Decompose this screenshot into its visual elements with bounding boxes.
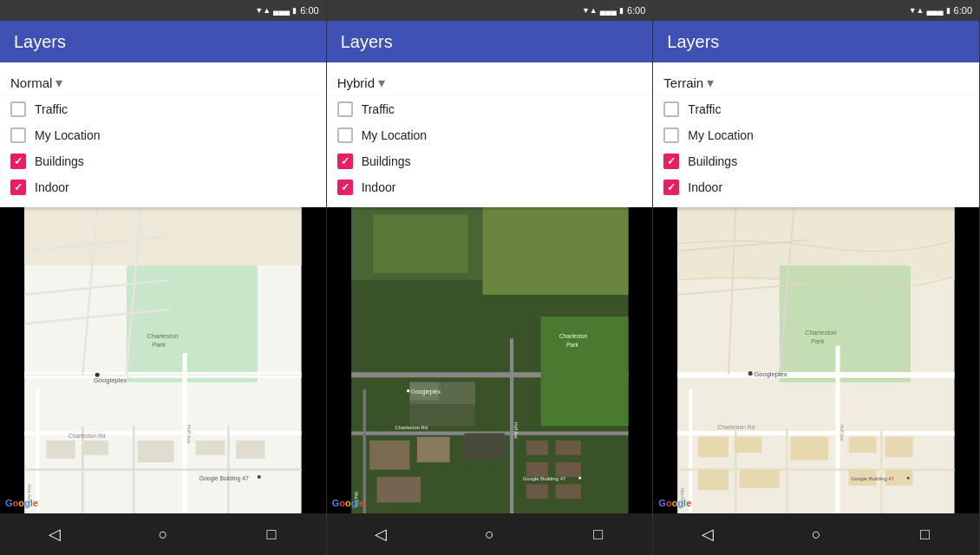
signal-icon-terrain: ▄▄▄ bbox=[926, 6, 943, 15]
status-time: 6:00 bbox=[300, 5, 318, 16]
svg-rect-88 bbox=[740, 470, 780, 488]
battery-icon-terrain: ▮ bbox=[946, 6, 951, 15]
back-button-hybrid[interactable]: ◁ bbox=[363, 517, 398, 552]
recent-button-normal[interactable]: □ bbox=[254, 517, 289, 552]
map-area-normal: Googleplex Charleston Park Charleston Rd… bbox=[0, 207, 326, 513]
checkbox-mylocation-box-terrain[interactable] bbox=[663, 127, 679, 143]
checkbox-mylocation-hybrid[interactable]: My Location bbox=[337, 122, 643, 148]
checkbox-mylocation-label-terrain: My Location bbox=[688, 128, 753, 142]
checkbox-indoor-normal[interactable]: Indoor bbox=[10, 174, 316, 200]
svg-text:Charleston: Charleston bbox=[806, 329, 838, 336]
svg-rect-56 bbox=[464, 434, 504, 459]
svg-text:Google Building 47: Google Building 47 bbox=[852, 476, 895, 481]
wifi-icon-terrain: ▼▲ bbox=[909, 6, 924, 15]
svg-rect-69 bbox=[780, 265, 911, 382]
svg-rect-20 bbox=[137, 441, 173, 462]
back-button-terrain[interactable]: ◁ bbox=[690, 517, 725, 552]
nav-bar-terrain: ◁ ○ □ bbox=[653, 513, 979, 555]
checkbox-mylocation-box-hybrid[interactable] bbox=[337, 127, 353, 143]
map-type-select-hybrid[interactable]: Hybrid ▾ bbox=[337, 69, 643, 96]
panel-terrain: ▼▲ ▄▄▄ ▮ 6:00 Layers Terrain ▾ Traffic M… bbox=[653, 0, 980, 555]
checkbox-buildings-normal[interactable]: Buildings bbox=[10, 148, 316, 174]
checkbox-buildings-box-normal[interactable] bbox=[10, 153, 26, 169]
signal-icons: ▼▲ ▄▄▄ ▮ bbox=[255, 6, 297, 15]
dropdown-arrow-hybrid: ▾ bbox=[378, 75, 385, 91]
svg-text:Huff Ave: Huff Ave bbox=[186, 424, 192, 443]
checkbox-traffic-normal[interactable]: Traffic bbox=[10, 96, 316, 122]
panel-normal: ▼▲ ▄▄▄ ▮ 6:00 Layers Normal ▾ Traffic My… bbox=[0, 0, 327, 555]
svg-text:Huff Ave: Huff Ave bbox=[840, 424, 846, 441]
svg-rect-87 bbox=[698, 470, 728, 491]
checkbox-buildings-label-terrain: Buildings bbox=[688, 154, 737, 168]
svg-text:Charleston Rd: Charleston Rd bbox=[395, 425, 428, 430]
dropdown-arrow-terrain: ▾ bbox=[707, 75, 714, 91]
app-bar-title-hybrid: Layers bbox=[341, 32, 393, 52]
svg-text:Google Building 47: Google Building 47 bbox=[522, 476, 565, 481]
checkbox-indoor-hybrid[interactable]: Indoor bbox=[337, 174, 643, 200]
home-button-hybrid[interactable]: ○ bbox=[473, 517, 507, 552]
map-type-select-terrain[interactable]: Terrain ▾ bbox=[663, 69, 969, 96]
status-time-terrain: 6:00 bbox=[954, 5, 972, 16]
checkbox-list-hybrid: Traffic My Location Buildings Indoor bbox=[327, 96, 653, 207]
recent-button-hybrid[interactable]: □ bbox=[581, 517, 616, 552]
checkbox-indoor-label-hybrid: Indoor bbox=[362, 180, 396, 194]
home-button-terrain[interactable]: ○ bbox=[799, 517, 833, 552]
checkbox-indoor-box-terrain[interactable] bbox=[663, 180, 679, 195]
status-bar-normal: ▼▲ ▄▄▄ ▮ 6:00 bbox=[0, 0, 326, 21]
checkbox-mylocation-label-hybrid: My Location bbox=[362, 128, 427, 142]
svg-rect-86 bbox=[885, 437, 913, 458]
svg-rect-99 bbox=[907, 477, 910, 480]
map-area-hybrid: Googleplex Charleston Park Charleston Rd… bbox=[327, 207, 653, 513]
checkbox-indoor-box-normal[interactable] bbox=[10, 180, 26, 195]
checkbox-list-normal: Traffic My Location Buildings Indoor bbox=[0, 96, 326, 207]
checkbox-traffic-box-hybrid[interactable] bbox=[337, 101, 353, 117]
svg-rect-43 bbox=[369, 441, 409, 470]
signal-icon-hybrid: ▄▄▄ bbox=[600, 6, 617, 15]
checkbox-buildings-terrain[interactable]: Buildings bbox=[663, 148, 969, 174]
checkbox-traffic-box-normal[interactable] bbox=[10, 101, 26, 117]
checkbox-buildings-box-terrain[interactable] bbox=[663, 153, 679, 169]
svg-text:Park: Park bbox=[566, 342, 578, 348]
google-watermark-normal: Google bbox=[5, 498, 38, 508]
svg-rect-30 bbox=[258, 475, 260, 478]
dropdown-panel-terrain: Terrain ▾ bbox=[653, 62, 979, 96]
wifi-icon: ▼▲ bbox=[255, 6, 271, 15]
checkbox-traffic-hybrid[interactable]: Traffic bbox=[337, 96, 643, 122]
svg-rect-83 bbox=[735, 437, 762, 453]
checkbox-indoor-box-hybrid[interactable] bbox=[337, 180, 353, 195]
google-watermark-hybrid: Google bbox=[332, 498, 365, 508]
checkbox-indoor-terrain[interactable]: Indoor bbox=[663, 174, 969, 200]
svg-text:Googleplex: Googleplex bbox=[94, 376, 127, 384]
checkbox-mylocation-label-normal: My Location bbox=[35, 128, 100, 142]
checkbox-buildings-box-hybrid[interactable] bbox=[337, 153, 353, 169]
svg-text:Huff Ave: Huff Ave bbox=[513, 422, 519, 439]
checkbox-buildings-label-hybrid: Buildings bbox=[362, 154, 411, 168]
recent-button-terrain[interactable]: □ bbox=[907, 517, 942, 552]
checkbox-mylocation-normal[interactable]: My Location bbox=[10, 122, 316, 148]
svg-text:Charleston: Charleston bbox=[559, 333, 587, 339]
checkbox-traffic-terrain[interactable]: Traffic bbox=[663, 96, 969, 122]
checkbox-traffic-label-normal: Traffic bbox=[35, 102, 68, 116]
map-area-terrain: Googleplex Charleston Park Charleston Rd… bbox=[653, 207, 979, 513]
status-bar-terrain: ▼▲ ▄▄▄ ▮ 6:00 bbox=[653, 0, 979, 21]
checkbox-indoor-label-terrain: Indoor bbox=[688, 180, 722, 194]
checkbox-traffic-label-terrain: Traffic bbox=[688, 102, 721, 116]
google-watermark-terrain: Google bbox=[658, 498, 691, 508]
checkbox-traffic-box-terrain[interactable] bbox=[663, 101, 679, 117]
svg-text:Google Building 47: Google Building 47 bbox=[199, 475, 249, 482]
map-type-select-normal[interactable]: Normal ▾ bbox=[10, 69, 316, 96]
status-time-hybrid: 6:00 bbox=[627, 5, 645, 16]
checkbox-buildings-hybrid[interactable]: Buildings bbox=[337, 148, 643, 174]
svg-text:Charleston: Charleston bbox=[147, 332, 179, 340]
home-button-normal[interactable]: ○ bbox=[146, 517, 180, 552]
svg-text:Park: Park bbox=[152, 341, 167, 349]
svg-rect-85 bbox=[849, 437, 877, 453]
dropdown-panel-hybrid: Hybrid ▾ bbox=[327, 62, 653, 96]
back-button-normal[interactable]: ◁ bbox=[37, 517, 72, 552]
checkbox-buildings-label-normal: Buildings bbox=[35, 154, 84, 168]
svg-rect-55 bbox=[409, 404, 475, 426]
checkbox-mylocation-box-normal[interactable] bbox=[10, 127, 26, 143]
map-type-label-normal: Normal bbox=[10, 75, 52, 90]
checkbox-mylocation-terrain[interactable]: My Location bbox=[663, 122, 969, 148]
svg-rect-54 bbox=[442, 382, 475, 401]
